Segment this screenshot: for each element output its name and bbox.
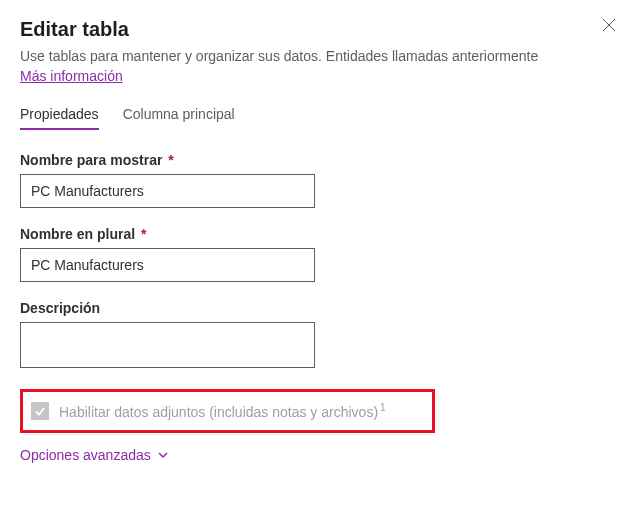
attachments-footnote: 1 bbox=[380, 402, 386, 413]
panel-header: Editar tabla Use tablas para mantener y … bbox=[20, 18, 620, 84]
tab-primary-column[interactable]: Columna principal bbox=[123, 106, 235, 130]
label-plural-name: Nombre en plural * bbox=[20, 226, 620, 242]
field-description: Descripción bbox=[20, 300, 620, 371]
label-display-name-text: Nombre para mostrar bbox=[20, 152, 162, 168]
required-mark: * bbox=[168, 152, 173, 168]
label-description: Descripción bbox=[20, 300, 620, 316]
tab-bar: Propiedades Columna principal bbox=[20, 106, 620, 130]
attachments-label: Habilitar datos adjuntos (incluidas nota… bbox=[59, 402, 386, 420]
more-info-link[interactable]: Más información bbox=[20, 68, 123, 84]
close-button[interactable] bbox=[602, 18, 620, 36]
check-icon bbox=[34, 405, 46, 417]
label-display-name: Nombre para mostrar * bbox=[20, 152, 620, 168]
panel-subtitle: Use tablas para mantener y organizar sus… bbox=[20, 47, 620, 66]
panel-title: Editar tabla bbox=[20, 18, 620, 41]
chevron-down-icon bbox=[157, 449, 169, 461]
label-plural-name-text: Nombre en plural bbox=[20, 226, 135, 242]
field-display-name: Nombre para mostrar * bbox=[20, 152, 620, 208]
input-description[interactable] bbox=[20, 322, 315, 368]
required-mark: * bbox=[141, 226, 146, 242]
advanced-options-toggle[interactable]: Opciones avanzadas bbox=[20, 447, 620, 463]
input-display-name[interactable] bbox=[20, 174, 315, 208]
attachments-checkbox[interactable] bbox=[31, 402, 49, 420]
tab-properties[interactable]: Propiedades bbox=[20, 106, 99, 130]
properties-form: Nombre para mostrar * Nombre en plural *… bbox=[20, 152, 620, 463]
attachments-checkbox-row: Habilitar datos adjuntos (incluidas nota… bbox=[20, 389, 435, 433]
close-icon bbox=[602, 18, 616, 32]
advanced-options-label: Opciones avanzadas bbox=[20, 447, 151, 463]
input-plural-name[interactable] bbox=[20, 248, 315, 282]
attachments-label-text: Habilitar datos adjuntos (incluidas nota… bbox=[59, 404, 378, 420]
field-plural-name: Nombre en plural * bbox=[20, 226, 620, 282]
